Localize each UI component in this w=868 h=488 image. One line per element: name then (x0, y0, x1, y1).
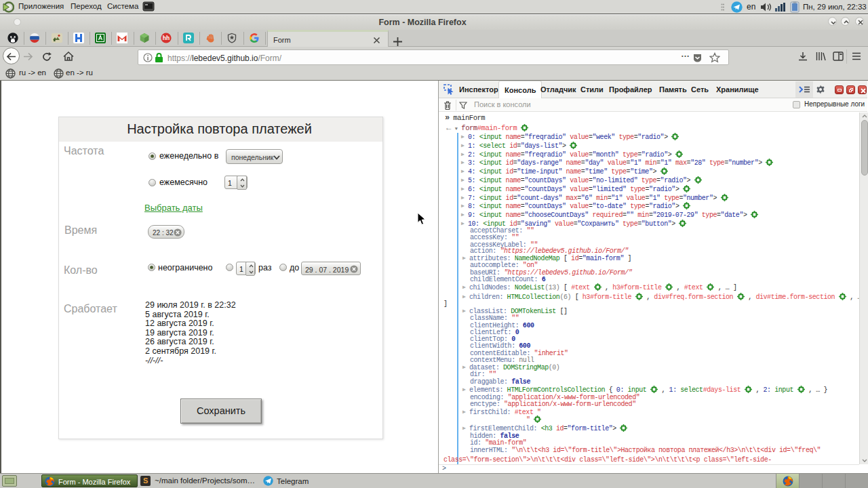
svg-text:hh: hh (163, 35, 170, 41)
